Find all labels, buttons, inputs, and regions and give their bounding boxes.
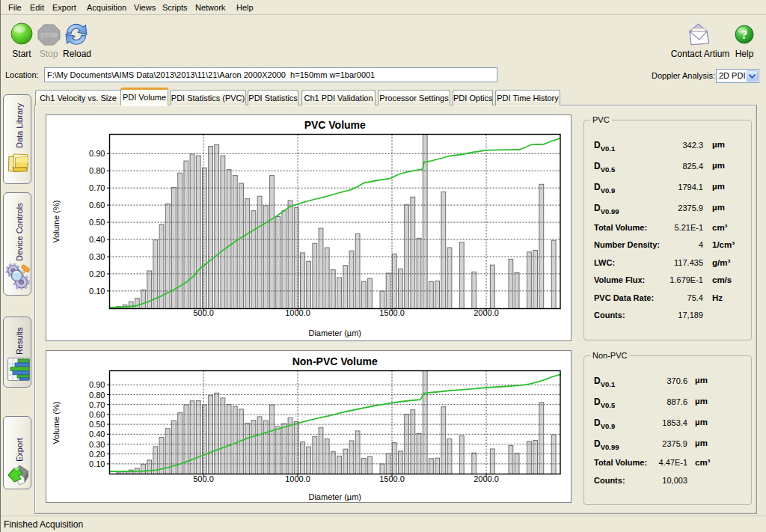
svg-text:0.40: 0.40 [89, 235, 105, 244]
svg-text:0.50: 0.50 [89, 420, 105, 429]
svg-text:Volume (%): Volume (%) [52, 201, 61, 243]
svg-text:0.20: 0.20 [89, 269, 105, 278]
svg-text:1000.0: 1000.0 [285, 474, 310, 483]
svg-text:1500.0: 1500.0 [379, 474, 405, 483]
svg-text:0.70: 0.70 [89, 183, 105, 192]
svg-text:1000.0: 1000.0 [285, 308, 310, 317]
svg-text:0.30: 0.30 [89, 252, 105, 261]
svg-text:0.30: 0.30 [89, 440, 105, 449]
svg-text:0.80: 0.80 [89, 391, 105, 400]
svg-text:Volume (%): Volume (%) [52, 402, 61, 444]
svg-text:0.80: 0.80 [89, 166, 105, 175]
svg-text:Diameter (µm): Diameter (µm) [308, 492, 361, 501]
svg-text:0.10: 0.10 [89, 459, 105, 468]
svg-text:0.90: 0.90 [89, 149, 105, 158]
svg-text:Diameter (µm): Diameter (µm) [308, 328, 361, 337]
svg-text:500.0: 500.0 [193, 474, 214, 483]
svg-text:PVC Volume: PVC Volume [304, 119, 366, 131]
svg-text:1500.0: 1500.0 [379, 308, 405, 317]
svg-text:2000.0: 2000.0 [474, 474, 499, 483]
svg-text:0.20: 0.20 [89, 450, 105, 459]
svg-text:500.0: 500.0 [193, 308, 214, 317]
svg-text:?: ? [741, 28, 748, 42]
svg-text:0.90: 0.90 [89, 380, 105, 389]
svg-text:0.70: 0.70 [89, 400, 105, 409]
svg-text:0.50: 0.50 [89, 218, 105, 227]
svg-text:STOP: STOP [40, 31, 58, 39]
svg-text:0.10: 0.10 [89, 287, 105, 296]
svg-text:2000.0: 2000.0 [474, 308, 499, 317]
svg-text:Non-PVC Volume: Non-PVC Volume [292, 355, 378, 367]
svg-text:0.40: 0.40 [89, 429, 105, 438]
svg-text:0.60: 0.60 [89, 201, 105, 210]
svg-text:0.60: 0.60 [89, 410, 105, 419]
